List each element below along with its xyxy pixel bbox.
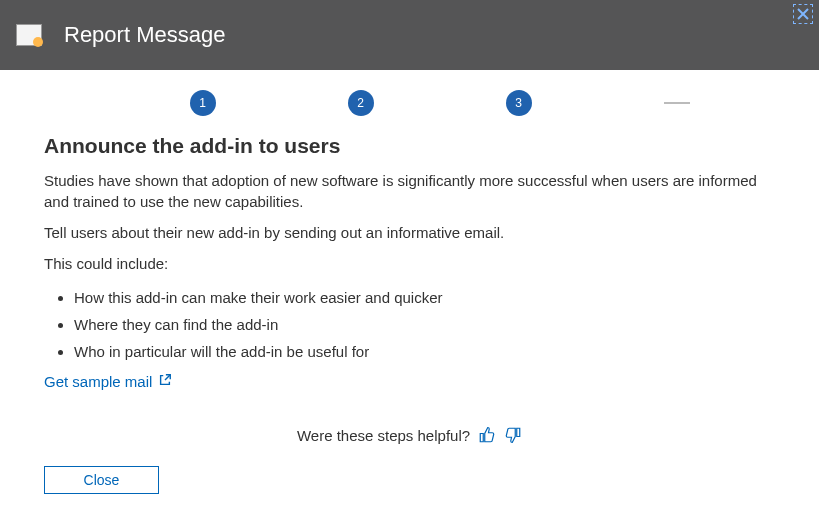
dialog-body: 1 2 3 Announce the add-in to users Studi…: [0, 70, 819, 460]
external-link-icon: [158, 373, 172, 390]
list-item: Where they can find the add-in: [74, 311, 775, 338]
section-heading: Announce the add-in to users: [44, 134, 775, 158]
close-icon[interactable]: [793, 4, 813, 24]
suggestion-list: How this add-in can make their work easi…: [44, 284, 775, 365]
paragraph-instruction: Tell users about their new add-in by sen…: [44, 222, 775, 243]
thumbs-down-icon[interactable]: [504, 426, 522, 444]
svg-line-2: [165, 375, 170, 380]
dialog-footer: Close: [0, 466, 203, 494]
feedback-prompt: Were these steps helpful?: [44, 426, 775, 444]
report-message-icon: [16, 24, 42, 46]
link-label: Get sample mail: [44, 373, 152, 390]
dialog-header: Report Message: [0, 0, 819, 70]
step-indicator: 1 2 3: [50, 90, 770, 116]
close-button[interactable]: Close: [44, 466, 159, 494]
paragraph-intro: Studies have shown that adoption of new …: [44, 170, 775, 212]
thumbs-up-icon[interactable]: [478, 426, 496, 444]
step-1[interactable]: 1: [190, 90, 216, 116]
list-item: Who in particular will the add-in be use…: [74, 338, 775, 365]
step-connector: [664, 102, 690, 104]
feedback-text: Were these steps helpful?: [297, 427, 470, 444]
paragraph-list-lead: This could include:: [44, 253, 775, 274]
step-3[interactable]: 3: [506, 90, 532, 116]
list-item: How this add-in can make their work easi…: [74, 284, 775, 311]
step-2[interactable]: 2: [348, 90, 374, 116]
get-sample-mail-link[interactable]: Get sample mail: [44, 373, 172, 390]
dialog-title: Report Message: [64, 22, 225, 48]
